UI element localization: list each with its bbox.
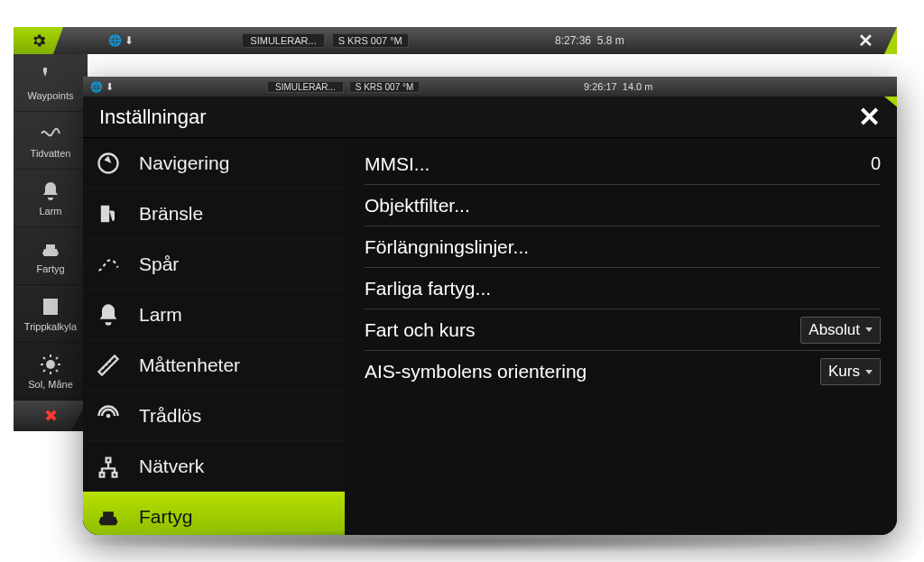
rail-item-trippkalkyl[interactable]: Trippkalkyla [14, 285, 88, 343]
rear-nav-rail: Waypoints Tidvatten Larm Fartyg Trippkal… [14, 54, 88, 431]
rail-label: Sol, Måne [28, 379, 73, 390]
rear-status-bar: 🌐 ⬇ SIMULERAR... S KRS 007 °M 8:27:36 5.… [14, 27, 897, 54]
settings-title: Inställningar [99, 106, 207, 129]
svg-point-0 [46, 360, 55, 369]
globe-icon: 🌐 ⬇ [90, 81, 114, 93]
cat-tradlos[interactable]: Trådlös [83, 391, 345, 441]
gear-icon[interactable] [14, 27, 63, 54]
cat-bransle[interactable]: Bränsle [83, 189, 345, 239]
detail-label: Objektfilter... [365, 195, 470, 217]
cat-label: Navigering [139, 152, 229, 174]
detail-forlangningslinjer[interactable]: Förlängningslinjer... [365, 226, 881, 268]
select-value: Absolut [808, 321, 860, 339]
detail-mmsi[interactable]: MMSI... 0 [365, 143, 881, 185]
rear-close-button[interactable]: ✕ [834, 27, 897, 54]
rail-label: Tidvatten [31, 148, 71, 159]
close-icon: ✕ [858, 30, 873, 51]
rail-item-waypoints[interactable]: Waypoints [14, 54, 88, 112]
close-x-icon: ✖ [44, 406, 58, 426]
cat-fartyg[interactable]: Fartyg [83, 492, 345, 535]
rail-close-tab[interactable]: ✖ [14, 401, 88, 431]
rear-krs-badge: S KRS 007 °M [332, 33, 409, 48]
front-time-text: 9:26:17 14.0 m [584, 81, 652, 92]
settings-detail-pane: MMSI... 0 Objektfilter... Förlängningsli… [345, 138, 897, 535]
cat-label: Larm [139, 304, 182, 326]
detail-label: Farliga fartyg... [365, 278, 491, 299]
front-sim-badge: SIMULERAR... [267, 81, 344, 93]
detail-label: Förlängningslinjer... [365, 236, 529, 258]
cat-label: Måttenheter [139, 355, 240, 376]
settings-category-list: Navigering Bränsle Spår Larm Måttenheter [83, 138, 345, 535]
cat-spar[interactable]: Spår [83, 239, 345, 290]
front-status-bar: 🌐 ⬇ SIMULERAR... S KRS 007 °M 9:26:17 14… [83, 77, 897, 97]
rail-label: Fartyg [36, 263, 64, 274]
settings-window: 🌐 ⬇ SIMULERAR... S KRS 007 °M 9:26:17 14… [83, 77, 897, 535]
cat-label: Trådlös [139, 405, 201, 427]
detail-fart-och-kurs[interactable]: Fart och kurs Absolut [365, 309, 881, 351]
cat-label: Spår [139, 253, 179, 275]
cat-label: Bränsle [139, 203, 203, 225]
close-icon: ✕ [858, 102, 881, 132]
settings-header: Inställningar ✕ [83, 97, 897, 138]
detail-label: MMSI... [365, 153, 430, 175]
rear-time-text: 8:27:36 5.8 m [555, 34, 624, 47]
rail-item-sol[interactable]: Sol, Måne [14, 343, 88, 401]
svg-point-2 [106, 413, 111, 418]
detail-farliga-fartyg[interactable]: Farliga fartyg... [365, 268, 881, 309]
front-krs-badge: S KRS 007 °M [349, 81, 420, 93]
ais-select[interactable]: Kurs [820, 358, 881, 385]
rail-label: Waypoints [28, 90, 74, 101]
detail-objektfilter[interactable]: Objektfilter... [365, 185, 881, 226]
settings-close-button[interactable]: ✕ [827, 101, 881, 133]
cat-navigering[interactable]: Navigering [83, 138, 345, 189]
rail-label: Larm [39, 206, 61, 217]
cat-larm[interactable]: Larm [83, 290, 345, 340]
rail-item-larm[interactable]: Larm [14, 170, 88, 227]
globe-icon: 🌐 ⬇ [108, 34, 134, 47]
fartkurs-select[interactable]: Absolut [800, 317, 881, 344]
detail-label: Fart och kurs [365, 319, 476, 341]
rail-item-fartyg[interactable]: Fartyg [14, 227, 88, 285]
select-value: Kurs [828, 363, 860, 381]
detail-ais-orientering[interactable]: AIS-symbolens orientering Kurs [365, 351, 881, 392]
rail-label: Trippkalkyla [24, 321, 77, 332]
rail-item-tidvatten[interactable]: Tidvatten [14, 112, 88, 170]
detail-value: 0 [871, 153, 881, 174]
rear-sim-badge: SIMULERAR... [242, 33, 324, 48]
cat-label: Fartyg [139, 506, 193, 528]
cat-natverk[interactable]: Nätverk [83, 441, 345, 492]
cat-mattenheter[interactable]: Måttenheter [83, 340, 345, 391]
detail-label: AIS-symbolens orientering [365, 361, 587, 382]
cat-label: Nätverk [139, 456, 204, 477]
